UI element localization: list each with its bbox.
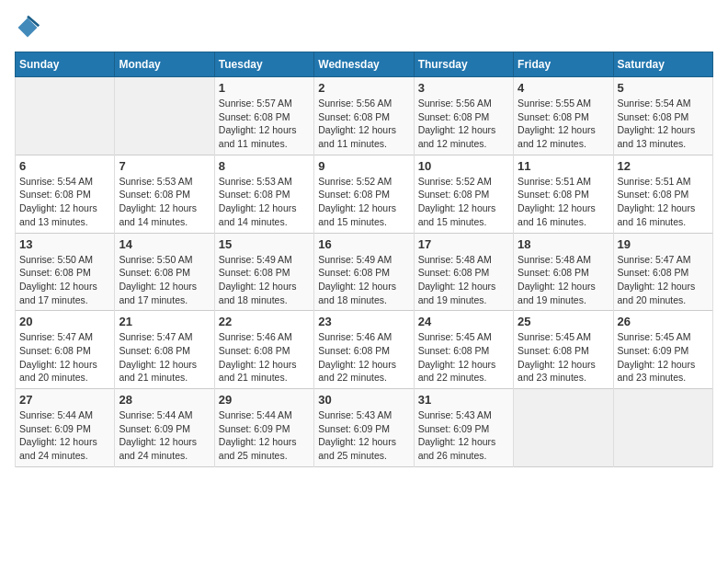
calendar-cell: 31Sunrise: 5:43 AMSunset: 6:09 PMDayligh… (414, 389, 513, 467)
day-number: 7 (119, 159, 210, 173)
calendar-cell: 12Sunrise: 5:51 AMSunset: 6:08 PMDayligh… (613, 155, 712, 233)
calendar-cell: 30Sunrise: 5:43 AMSunset: 6:09 PMDayligh… (314, 389, 414, 467)
day-info: Sunrise: 5:44 AMSunset: 6:09 PMDaylight:… (219, 408, 310, 463)
day-number: 11 (518, 159, 609, 173)
day-info: Sunrise: 5:53 AMSunset: 6:08 PMDaylight:… (219, 175, 310, 229)
col-header-monday: Monday (115, 52, 214, 77)
calendar-cell: 27Sunrise: 5:44 AMSunset: 6:09 PMDayligh… (16, 389, 115, 467)
day-info: Sunrise: 5:51 AMSunset: 6:08 PMDaylight:… (618, 175, 709, 229)
day-info: Sunrise: 5:52 AMSunset: 6:08 PMDaylight:… (418, 175, 509, 229)
day-info: Sunrise: 5:48 AMSunset: 6:08 PMDaylight:… (518, 253, 609, 307)
day-number: 13 (19, 237, 110, 251)
calendar-cell: 1Sunrise: 5:57 AMSunset: 6:08 PMDaylight… (214, 77, 313, 155)
calendar-cell: 11Sunrise: 5:51 AMSunset: 6:08 PMDayligh… (514, 155, 613, 233)
day-number: 1 (219, 81, 310, 95)
day-number: 12 (618, 159, 709, 173)
calendar-cell: 7Sunrise: 5:53 AMSunset: 6:08 PMDaylight… (115, 155, 214, 233)
day-info: Sunrise: 5:54 AMSunset: 6:08 PMDaylight:… (618, 97, 709, 151)
calendar-cell (16, 77, 115, 155)
calendar-table: SundayMondayTuesdayWednesdayThursdayFrid… (15, 52, 713, 467)
day-number: 31 (418, 393, 509, 407)
day-number: 29 (219, 393, 310, 407)
day-number: 20 (19, 315, 110, 328)
calendar-cell: 5Sunrise: 5:54 AMSunset: 6:08 PMDaylight… (613, 77, 712, 155)
calendar-cell: 9Sunrise: 5:52 AMSunset: 6:08 PMDaylight… (314, 155, 414, 233)
day-info: Sunrise: 5:44 AMSunset: 6:09 PMDaylight:… (119, 408, 210, 463)
day-number: 5 (618, 81, 709, 95)
calendar-cell (514, 389, 613, 467)
day-number: 6 (19, 159, 110, 173)
day-number: 8 (219, 159, 310, 173)
day-number: 21 (119, 315, 210, 328)
calendar-cell: 21Sunrise: 5:47 AMSunset: 6:08 PMDayligh… (115, 311, 214, 389)
col-header-wednesday: Wednesday (314, 52, 414, 77)
calendar-cell: 15Sunrise: 5:49 AMSunset: 6:08 PMDayligh… (214, 233, 313, 311)
calendar-cell: 19Sunrise: 5:47 AMSunset: 6:08 PMDayligh… (613, 233, 712, 311)
day-info: Sunrise: 5:43 AMSunset: 6:09 PMDaylight:… (418, 408, 509, 463)
day-info: Sunrise: 5:56 AMSunset: 6:08 PMDaylight:… (318, 97, 409, 151)
day-number: 15 (219, 237, 310, 251)
day-info: Sunrise: 5:53 AMSunset: 6:08 PMDaylight:… (119, 175, 210, 229)
day-info: Sunrise: 5:45 AMSunset: 6:09 PMDaylight:… (618, 330, 709, 385)
day-number: 19 (618, 237, 709, 251)
day-info: Sunrise: 5:46 AMSunset: 6:08 PMDaylight:… (219, 330, 310, 385)
day-number: 24 (418, 315, 509, 328)
day-number: 25 (518, 315, 609, 328)
calendar-cell: 24Sunrise: 5:45 AMSunset: 6:08 PMDayligh… (414, 311, 513, 389)
day-info: Sunrise: 5:47 AMSunset: 6:08 PMDaylight:… (119, 330, 210, 385)
day-number: 28 (119, 393, 210, 407)
calendar-cell: 18Sunrise: 5:48 AMSunset: 6:08 PMDayligh… (514, 233, 613, 311)
col-header-saturday: Saturday (613, 52, 712, 77)
day-number: 17 (418, 237, 509, 251)
calendar-cell: 14Sunrise: 5:50 AMSunset: 6:08 PMDayligh… (115, 233, 214, 311)
day-info: Sunrise: 5:47 AMSunset: 6:08 PMDaylight:… (19, 330, 110, 385)
calendar-cell: 13Sunrise: 5:50 AMSunset: 6:08 PMDayligh… (16, 233, 115, 311)
day-info: Sunrise: 5:45 AMSunset: 6:08 PMDaylight:… (518, 330, 609, 385)
page-header (15, 15, 713, 40)
day-number: 26 (618, 315, 709, 328)
calendar-cell: 8Sunrise: 5:53 AMSunset: 6:08 PMDaylight… (214, 155, 313, 233)
calendar-cell: 20Sunrise: 5:47 AMSunset: 6:08 PMDayligh… (16, 311, 115, 389)
calendar-cell: 22Sunrise: 5:46 AMSunset: 6:08 PMDayligh… (214, 311, 313, 389)
day-info: Sunrise: 5:45 AMSunset: 6:08 PMDaylight:… (418, 330, 509, 385)
day-info: Sunrise: 5:49 AMSunset: 6:08 PMDaylight:… (219, 253, 310, 307)
day-number: 27 (19, 393, 110, 407)
day-number: 14 (119, 237, 210, 251)
day-info: Sunrise: 5:43 AMSunset: 6:09 PMDaylight:… (318, 408, 409, 463)
calendar-cell: 3Sunrise: 5:56 AMSunset: 6:08 PMDaylight… (414, 77, 513, 155)
col-header-thursday: Thursday (414, 52, 513, 77)
calendar-cell: 28Sunrise: 5:44 AMSunset: 6:09 PMDayligh… (115, 389, 214, 467)
day-info: Sunrise: 5:49 AMSunset: 6:08 PMDaylight:… (318, 253, 409, 307)
day-info: Sunrise: 5:47 AMSunset: 6:08 PMDaylight:… (618, 253, 709, 307)
calendar-cell: 2Sunrise: 5:56 AMSunset: 6:08 PMDaylight… (314, 77, 414, 155)
col-header-friday: Friday (514, 52, 613, 77)
day-number: 3 (418, 81, 509, 95)
day-number: 10 (418, 159, 509, 173)
day-info: Sunrise: 5:54 AMSunset: 6:08 PMDaylight:… (19, 175, 110, 229)
day-info: Sunrise: 5:52 AMSunset: 6:08 PMDaylight:… (318, 175, 409, 229)
day-number: 22 (219, 315, 310, 328)
day-number: 9 (318, 159, 409, 173)
calendar-cell: 4Sunrise: 5:55 AMSunset: 6:08 PMDaylight… (514, 77, 613, 155)
day-number: 16 (318, 237, 409, 251)
col-header-sunday: Sunday (16, 52, 115, 77)
day-info: Sunrise: 5:56 AMSunset: 6:08 PMDaylight:… (418, 97, 509, 151)
day-info: Sunrise: 5:48 AMSunset: 6:08 PMDaylight:… (418, 253, 509, 307)
day-number: 4 (518, 81, 609, 95)
logo-icon (15, 15, 40, 40)
day-number: 2 (318, 81, 409, 95)
calendar-cell: 16Sunrise: 5:49 AMSunset: 6:08 PMDayligh… (314, 233, 414, 311)
day-info: Sunrise: 5:44 AMSunset: 6:09 PMDaylight:… (19, 408, 110, 463)
calendar-cell (115, 77, 214, 155)
day-info: Sunrise: 5:55 AMSunset: 6:08 PMDaylight:… (518, 97, 609, 151)
calendar-cell: 26Sunrise: 5:45 AMSunset: 6:09 PMDayligh… (613, 311, 712, 389)
day-info: Sunrise: 5:46 AMSunset: 6:08 PMDaylight:… (318, 330, 409, 385)
day-info: Sunrise: 5:57 AMSunset: 6:08 PMDaylight:… (219, 97, 310, 151)
day-number: 23 (318, 315, 409, 328)
calendar-cell (613, 389, 712, 467)
calendar-cell: 23Sunrise: 5:46 AMSunset: 6:08 PMDayligh… (314, 311, 414, 389)
calendar-cell: 29Sunrise: 5:44 AMSunset: 6:09 PMDayligh… (214, 389, 313, 467)
calendar-cell: 17Sunrise: 5:48 AMSunset: 6:08 PMDayligh… (414, 233, 513, 311)
day-number: 18 (518, 237, 609, 251)
day-info: Sunrise: 5:50 AMSunset: 6:08 PMDaylight:… (19, 253, 110, 307)
